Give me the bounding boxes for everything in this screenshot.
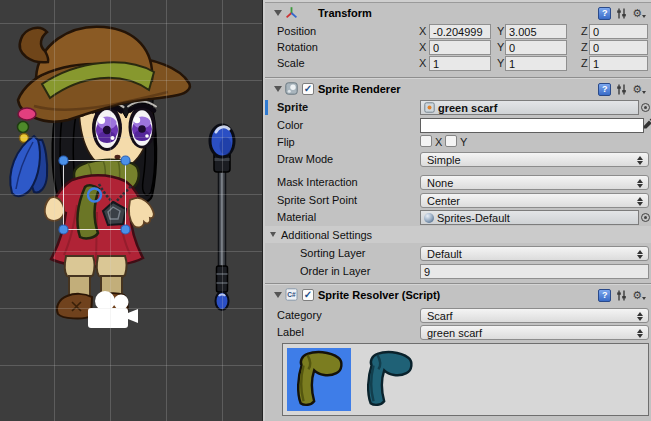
component-separator: [265, 283, 651, 284]
gear-icon[interactable]: ⚙: [632, 7, 646, 20]
axis-z-label: Z: [581, 57, 588, 69]
foldout-icon[interactable]: [274, 10, 282, 16]
sprite-thumbnail-blue-scarf[interactable]: [357, 348, 421, 411]
svg-text:C#: C#: [287, 291, 296, 298]
axis-y-label: Y: [497, 57, 504, 69]
dropdown-arrows-icon: [636, 312, 643, 322]
gear-icon[interactable]: ⚙: [632, 83, 646, 96]
enabled-checkbox[interactable]: ✓: [302, 289, 314, 301]
help-icon[interactable]: ?: [598, 7, 611, 20]
dropdown-arrows-icon: [636, 179, 643, 189]
presets-icon[interactable]: [616, 83, 627, 96]
rotation-label: Rotation: [277, 41, 318, 53]
sprite-sort-point-label: Sprite Sort Point: [277, 194, 357, 206]
dropdown-arrows-icon: [636, 156, 643, 166]
scene-canvas: [0, 0, 263, 421]
camera-gizmo[interactable]: [88, 291, 138, 328]
mask-interaction-value: None: [427, 177, 453, 189]
object-picker-icon[interactable]: [641, 213, 650, 222]
order-in-layer-label: Order in Layer: [300, 265, 370, 277]
mask-interaction-dropdown[interactable]: None: [420, 175, 649, 190]
selection-handle-top-left[interactable]: [59, 156, 68, 165]
axis-z-label: Z: [581, 25, 588, 37]
prefab-override-bar: [265, 100, 268, 115]
sprite-sort-point-dropdown[interactable]: Center: [420, 193, 649, 208]
scale-label: Scale: [277, 57, 305, 69]
additional-settings-row[interactable]: Additional Settings: [265, 226, 651, 243]
character-sprite[interactable]: [10, 27, 190, 319]
label-dropdown[interactable]: green scarf: [420, 325, 649, 340]
component-separator: [265, 77, 651, 78]
transform-header[interactable]: Transform ? ⚙: [265, 5, 651, 22]
eyedropper-icon[interactable]: [643, 117, 651, 131]
right-eye: [128, 102, 156, 149]
selection-handle-bottom-right[interactable]: [121, 225, 130, 234]
flip-y-label: Y: [460, 136, 467, 148]
axis-x-label: X: [419, 25, 426, 37]
rotation-x-field[interactable]: [429, 40, 491, 55]
axis-x-label: X: [419, 57, 426, 69]
dropdown-arrows-icon: [636, 329, 643, 339]
hat: [18, 27, 190, 122]
inspector-top-edge: [265, 0, 651, 3]
selection-handle-bottom-left[interactable]: [59, 225, 68, 234]
axis-y-label: Y: [497, 41, 504, 53]
category-dropdown[interactable]: Scarf: [420, 308, 649, 323]
sprite-renderer-header[interactable]: ✓ Sprite Renderer ? ⚙: [265, 81, 651, 98]
rotation-z-field[interactable]: [589, 40, 648, 55]
rotation-y-field[interactable]: [505, 40, 567, 55]
label-label: Label: [277, 326, 304, 338]
selection-handle-top-right[interactable]: [121, 156, 130, 165]
axis-y-label: Y: [497, 25, 504, 37]
flip-label: Flip: [277, 136, 295, 148]
scale-y-field[interactable]: [505, 56, 567, 71]
category-value: Scarf: [427, 310, 453, 322]
gear-icon[interactable]: ⚙: [632, 289, 646, 302]
presets-icon[interactable]: [616, 7, 627, 20]
sprite-value: green scarf: [438, 102, 497, 114]
flip-y-checkbox[interactable]: [445, 135, 457, 147]
presets-icon[interactable]: [616, 289, 627, 302]
flip-x-checkbox[interactable]: [420, 135, 432, 147]
scarf-shape: [298, 352, 341, 405]
object-picker-icon[interactable]: [641, 103, 650, 112]
material-object-field[interactable]: Sprites-Default: [420, 210, 639, 225]
scale-x-field[interactable]: [429, 56, 491, 71]
order-in-layer-field[interactable]: [420, 264, 649, 279]
unity-editor: Transform ? ⚙ Position X Y Z Rotation X: [0, 0, 651, 421]
color-swatch[interactable]: [420, 118, 644, 133]
material-label: Material: [277, 211, 316, 223]
scene-view[interactable]: [0, 0, 263, 421]
position-y-field[interactable]: [505, 24, 567, 39]
help-icon[interactable]: ?: [598, 289, 611, 302]
foldout-icon[interactable]: [274, 86, 282, 92]
draw-mode-value: Simple: [427, 154, 461, 166]
transform-tool-icon: [285, 6, 298, 19]
sprite-label: Sprite: [277, 101, 308, 113]
enabled-checkbox[interactable]: ✓: [302, 83, 314, 95]
sorting-layer-label: Sorting Layer: [300, 247, 365, 259]
label-value: green scarf: [427, 327, 482, 339]
component-title: Sprite Resolver (Script): [318, 289, 440, 301]
draw-mode-dropdown[interactable]: Simple: [420, 152, 649, 167]
position-z-field[interactable]: [589, 24, 648, 39]
foldout-icon[interactable]: [270, 232, 276, 237]
foldout-icon[interactable]: [274, 292, 282, 298]
sprite-variant-panel: [282, 343, 649, 416]
sorting-layer-value: Default: [427, 248, 462, 260]
sprite-thumbnail-green-scarf[interactable]: [287, 348, 351, 411]
axis-z-label: Z: [581, 41, 588, 53]
sprite-sort-point-value: Center: [427, 195, 460, 207]
material-value: Sprites-Default: [437, 212, 510, 224]
sprite-resolver-header[interactable]: C# ✓ Sprite Resolver (Script) ? ⚙: [265, 287, 651, 304]
position-label: Position: [277, 25, 316, 37]
additional-settings-label: Additional Settings: [281, 229, 372, 241]
position-x-field[interactable]: [429, 24, 491, 39]
color-label: Color: [277, 119, 303, 131]
material-sphere-icon: [424, 213, 434, 223]
sprite-asset-icon: [424, 102, 435, 113]
sprite-object-field[interactable]: green scarf: [420, 100, 639, 115]
scale-z-field[interactable]: [589, 56, 648, 71]
sorting-layer-dropdown[interactable]: Default: [420, 246, 649, 261]
help-icon[interactable]: ?: [598, 83, 611, 96]
